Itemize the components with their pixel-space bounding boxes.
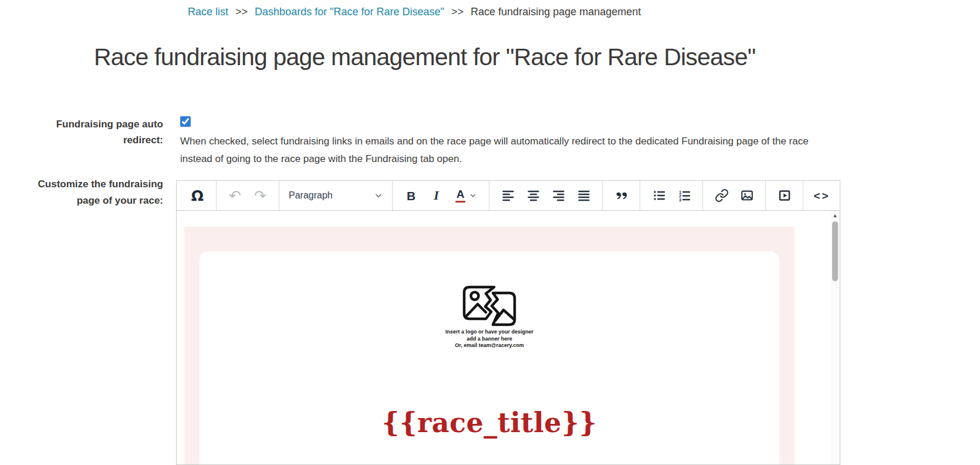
- chevron-down-icon: [374, 191, 383, 200]
- align-right-icon: [552, 188, 566, 203]
- bold-icon: B: [407, 190, 415, 202]
- link-button[interactable]: [709, 183, 734, 208]
- bold-button[interactable]: B: [398, 183, 424, 208]
- numbered-list-button[interactable]: 123: [671, 183, 697, 208]
- broken-image-icon: [462, 285, 516, 326]
- align-center-icon: [526, 188, 540, 203]
- align-left-icon: [501, 188, 515, 203]
- svg-text:3: 3: [679, 197, 681, 203]
- blockquote-button[interactable]: [609, 183, 634, 208]
- justify-button[interactable]: [571, 183, 596, 208]
- auto-redirect-help-text: When checked, select fundraising links i…: [176, 133, 813, 167]
- omega-icon: Ω: [191, 188, 204, 203]
- text-color-icon: A: [455, 188, 465, 203]
- scroll-up-arrow-icon[interactable]: ▲: [830, 213, 840, 218]
- toolbar-group-code: <>: [803, 181, 840, 210]
- source-code-icon: <>: [813, 190, 830, 201]
- banner-note-line: add a banner here: [200, 336, 779, 343]
- editor-scrollbar[interactable]: ▲: [830, 211, 840, 464]
- image-button[interactable]: [734, 183, 759, 208]
- undo-icon: ↶: [229, 188, 241, 203]
- italic-button[interactable]: I: [424, 183, 449, 208]
- banner-note-line: Or, email team@racery.com: [200, 342, 779, 349]
- editor-content[interactable]: Insert a logo or have your designer add …: [177, 211, 840, 464]
- auto-redirect-label: Fundraising page auto redirect:: [39, 116, 163, 148]
- special-character-button[interactable]: Ω: [185, 183, 210, 208]
- toolbar-group-lists: 123: [640, 181, 703, 210]
- chevron-down-icon: [469, 192, 477, 199]
- customize-label: Customize the fundraising page of your r…: [38, 176, 163, 208]
- undo-button[interactable]: ↶: [222, 183, 248, 208]
- page-title: Race fundraising page management for "Ra…: [94, 43, 755, 71]
- paragraph-format-value: Paragraph: [289, 190, 333, 201]
- auto-redirect-checkbox[interactable]: [180, 116, 191, 127]
- toolbar-group-special: Ω: [179, 181, 217, 210]
- breadcrumb-dashboards[interactable]: Dashboards for "Race for Rare Disease": [255, 6, 444, 18]
- rich-text-editor: Ω ↶ ↷ Paragraph B I: [176, 180, 840, 465]
- toolbar-group-history: ↶ ↷: [217, 181, 279, 210]
- breadcrumb-separator: >>: [235, 6, 248, 18]
- breadcrumb: Race list >> Dashboards for "Race for Ra…: [188, 5, 641, 19]
- link-icon: [715, 188, 729, 203]
- numbered-list-icon: 123: [677, 188, 691, 203]
- italic-icon: I: [434, 189, 439, 202]
- fundraising-page-card: Insert a logo or have your designer add …: [200, 251, 779, 464]
- toolbar-group-insert: [703, 181, 766, 210]
- editor-toolbar: Ω ↶ ↷ Paragraph B I: [177, 181, 840, 211]
- align-right-button[interactable]: [546, 183, 571, 208]
- breadcrumb-race-list[interactable]: Race list: [188, 6, 228, 18]
- source-code-button[interactable]: <>: [809, 183, 834, 208]
- toolbar-group-text-style: B I A: [393, 181, 489, 210]
- text-color-button[interactable]: A: [449, 183, 483, 208]
- redo-icon: ↷: [254, 188, 266, 203]
- scrollbar-thumb[interactable]: [832, 221, 838, 281]
- blockquote-icon: [614, 188, 628, 203]
- toolbar-group-align: [489, 181, 603, 210]
- breadcrumb-separator: >>: [451, 6, 464, 18]
- media-button[interactable]: [772, 183, 797, 208]
- redo-button[interactable]: ↷: [248, 183, 273, 208]
- bullet-list-icon: [652, 188, 666, 203]
- image-icon: [740, 188, 754, 203]
- toolbar-group-format: Paragraph: [279, 181, 393, 210]
- fundraising-page-preview: Insert a logo or have your designer add …: [184, 227, 795, 464]
- banner-note-line: Insert a logo or have your designer: [200, 329, 779, 336]
- align-left-button[interactable]: [495, 183, 521, 208]
- media-play-icon: [778, 188, 792, 203]
- bullet-list-button[interactable]: [646, 183, 671, 208]
- justify-icon: [577, 188, 591, 203]
- banner-placeholder-note: Insert a logo or have your designer add …: [200, 329, 779, 349]
- toolbar-group-quote: [603, 181, 640, 210]
- align-center-button[interactable]: [521, 183, 546, 208]
- breadcrumb-current: Race fundraising page management: [471, 6, 641, 18]
- paragraph-format-dropdown[interactable]: Paragraph: [285, 183, 386, 208]
- toolbar-group-media: [766, 181, 803, 210]
- race-title-token: {{race_title}}: [200, 408, 779, 438]
